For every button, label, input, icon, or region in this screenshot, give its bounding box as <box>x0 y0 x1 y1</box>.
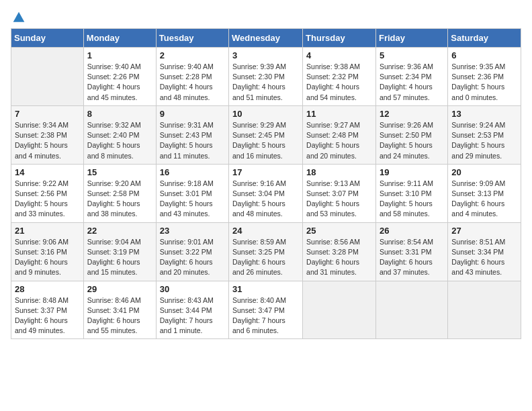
calendar-day-cell: 30Sunrise: 8:43 AM Sunset: 3:44 PM Dayli… <box>156 281 228 339</box>
day-info: Sunrise: 8:56 AM Sunset: 3:28 PM Dayligh… <box>306 237 372 278</box>
logo-icon <box>12 11 26 24</box>
day-number: 29 <box>87 284 152 294</box>
calendar-day-cell: 3Sunrise: 9:39 AM Sunset: 2:30 PM Daylig… <box>229 48 303 106</box>
day-number: 9 <box>160 109 225 119</box>
calendar-day-cell: 12Sunrise: 9:26 AM Sunset: 2:50 PM Dayli… <box>375 105 447 164</box>
page-header <box>11 11 521 21</box>
calendar-week-row: 7Sunrise: 9:34 AM Sunset: 2:38 PM Daylig… <box>11 105 521 164</box>
day-number: 14 <box>15 167 80 177</box>
day-info: Sunrise: 9:31 AM Sunset: 2:43 PM Dayligh… <box>160 120 225 161</box>
day-number: 21 <box>15 226 80 236</box>
calendar-day-cell: 7Sunrise: 9:34 AM Sunset: 2:38 PM Daylig… <box>11 105 84 164</box>
day-info: Sunrise: 8:48 AM Sunset: 3:37 PM Dayligh… <box>15 295 80 336</box>
weekday-header-saturday: Saturday <box>448 29 521 48</box>
day-number: 3 <box>232 50 299 60</box>
day-info: Sunrise: 9:09 AM Sunset: 3:13 PM Dayligh… <box>451 179 517 220</box>
calendar-day-cell: 18Sunrise: 9:13 AM Sunset: 3:07 PM Dayli… <box>303 164 376 222</box>
day-info: Sunrise: 8:59 AM Sunset: 3:25 PM Dayligh… <box>232 237 299 278</box>
calendar-day-cell: 23Sunrise: 9:01 AM Sunset: 3:22 PM Dayli… <box>156 222 228 281</box>
calendar-day-cell: 5Sunrise: 9:36 AM Sunset: 2:34 PM Daylig… <box>375 48 447 106</box>
calendar-header-row: SundayMondayTuesdayWednesdayThursdayFrid… <box>11 29 521 48</box>
day-number: 23 <box>160 226 225 236</box>
calendar-week-row: 28Sunrise: 8:48 AM Sunset: 3:37 PM Dayli… <box>11 281 521 339</box>
calendar-day-cell <box>448 281 521 339</box>
day-info: Sunrise: 8:46 AM Sunset: 3:41 PM Dayligh… <box>87 295 152 336</box>
day-info: Sunrise: 9:04 AM Sunset: 3:19 PM Dayligh… <box>87 237 152 278</box>
calendar-day-cell: 10Sunrise: 9:29 AM Sunset: 2:45 PM Dayli… <box>229 105 303 164</box>
day-info: Sunrise: 9:40 AM Sunset: 2:26 PM Dayligh… <box>87 62 152 103</box>
day-info: Sunrise: 9:24 AM Sunset: 2:53 PM Dayligh… <box>451 120 517 161</box>
calendar-day-cell: 20Sunrise: 9:09 AM Sunset: 3:13 PM Dayli… <box>448 164 521 222</box>
calendar-day-cell: 28Sunrise: 8:48 AM Sunset: 3:37 PM Dayli… <box>11 281 84 339</box>
svg-marker-0 <box>13 12 25 22</box>
calendar-day-cell <box>11 48 84 106</box>
calendar-day-cell: 1Sunrise: 9:40 AM Sunset: 2:26 PM Daylig… <box>83 48 156 106</box>
day-info: Sunrise: 9:36 AM Sunset: 2:34 PM Dayligh… <box>380 62 444 103</box>
weekday-header-monday: Monday <box>83 29 156 48</box>
day-info: Sunrise: 9:06 AM Sunset: 3:16 PM Dayligh… <box>15 237 80 278</box>
calendar-table: SundayMondayTuesdayWednesdayThursdayFrid… <box>11 28 521 339</box>
day-info: Sunrise: 9:40 AM Sunset: 2:28 PM Dayligh… <box>160 62 225 103</box>
weekday-header-tuesday: Tuesday <box>156 29 228 48</box>
calendar-day-cell: 8Sunrise: 9:32 AM Sunset: 2:40 PM Daylig… <box>83 105 156 164</box>
day-info: Sunrise: 9:29 AM Sunset: 2:45 PM Dayligh… <box>232 120 299 161</box>
day-info: Sunrise: 9:27 AM Sunset: 2:48 PM Dayligh… <box>306 120 372 161</box>
day-info: Sunrise: 9:16 AM Sunset: 3:04 PM Dayligh… <box>232 179 299 220</box>
day-info: Sunrise: 8:40 AM Sunset: 3:47 PM Dayligh… <box>232 295 299 336</box>
day-number: 19 <box>380 167 444 177</box>
day-number: 10 <box>232 109 299 119</box>
day-number: 30 <box>160 284 225 294</box>
calendar-day-cell: 13Sunrise: 9:24 AM Sunset: 2:53 PM Dayli… <box>448 105 521 164</box>
calendar-day-cell: 9Sunrise: 9:31 AM Sunset: 2:43 PM Daylig… <box>156 105 228 164</box>
calendar-day-cell: 31Sunrise: 8:40 AM Sunset: 3:47 PM Dayli… <box>229 281 303 339</box>
day-info: Sunrise: 9:11 AM Sunset: 3:10 PM Dayligh… <box>380 179 444 220</box>
day-number: 16 <box>160 167 225 177</box>
day-info: Sunrise: 8:43 AM Sunset: 3:44 PM Dayligh… <box>160 295 225 336</box>
calendar-day-cell <box>375 281 447 339</box>
calendar-day-cell: 19Sunrise: 9:11 AM Sunset: 3:10 PM Dayli… <box>375 164 447 222</box>
day-info: Sunrise: 9:26 AM Sunset: 2:50 PM Dayligh… <box>380 120 444 161</box>
day-info: Sunrise: 9:18 AM Sunset: 3:01 PM Dayligh… <box>160 179 225 220</box>
day-number: 7 <box>15 109 80 119</box>
day-info: Sunrise: 9:34 AM Sunset: 2:38 PM Dayligh… <box>15 120 80 161</box>
day-number: 8 <box>87 109 152 119</box>
calendar-day-cell: 27Sunrise: 8:51 AM Sunset: 3:34 PM Dayli… <box>448 222 521 281</box>
calendar-day-cell: 17Sunrise: 9:16 AM Sunset: 3:04 PM Dayli… <box>229 164 303 222</box>
weekday-header-sunday: Sunday <box>11 29 84 48</box>
day-number: 4 <box>306 50 372 60</box>
day-info: Sunrise: 9:13 AM Sunset: 3:07 PM Dayligh… <box>306 179 372 220</box>
day-number: 27 <box>451 226 517 236</box>
day-number: 11 <box>306 109 372 119</box>
day-number: 31 <box>232 284 299 294</box>
day-info: Sunrise: 9:20 AM Sunset: 2:58 PM Dayligh… <box>87 179 152 220</box>
calendar-day-cell: 15Sunrise: 9:20 AM Sunset: 2:58 PM Dayli… <box>83 164 156 222</box>
day-number: 22 <box>87 226 152 236</box>
day-info: Sunrise: 9:35 AM Sunset: 2:36 PM Dayligh… <box>451 62 517 103</box>
calendar-day-cell: 6Sunrise: 9:35 AM Sunset: 2:36 PM Daylig… <box>448 48 521 106</box>
day-info: Sunrise: 9:39 AM Sunset: 2:30 PM Dayligh… <box>232 62 299 103</box>
weekday-header-friday: Friday <box>375 29 447 48</box>
calendar-day-cell: 11Sunrise: 9:27 AM Sunset: 2:48 PM Dayli… <box>303 105 376 164</box>
day-number: 17 <box>232 167 299 177</box>
calendar-day-cell: 4Sunrise: 9:38 AM Sunset: 2:32 PM Daylig… <box>303 48 376 106</box>
weekday-header-thursday: Thursday <box>303 29 376 48</box>
day-number: 18 <box>306 167 372 177</box>
calendar-day-cell: 22Sunrise: 9:04 AM Sunset: 3:19 PM Dayli… <box>83 222 156 281</box>
calendar-day-cell: 14Sunrise: 9:22 AM Sunset: 2:56 PM Dayli… <box>11 164 84 222</box>
day-number: 1 <box>87 50 152 60</box>
day-info: Sunrise: 8:51 AM Sunset: 3:34 PM Dayligh… <box>451 237 517 278</box>
day-number: 2 <box>160 50 225 60</box>
calendar-day-cell: 24Sunrise: 8:59 AM Sunset: 3:25 PM Dayli… <box>229 222 303 281</box>
day-info: Sunrise: 8:54 AM Sunset: 3:31 PM Dayligh… <box>380 237 444 278</box>
day-info: Sunrise: 9:01 AM Sunset: 3:22 PM Dayligh… <box>160 237 225 278</box>
day-number: 26 <box>380 226 444 236</box>
day-info: Sunrise: 9:38 AM Sunset: 2:32 PM Dayligh… <box>306 62 372 103</box>
day-number: 24 <box>232 226 299 236</box>
day-number: 15 <box>87 167 152 177</box>
calendar-week-row: 21Sunrise: 9:06 AM Sunset: 3:16 PM Dayli… <box>11 222 521 281</box>
calendar-day-cell: 29Sunrise: 8:46 AM Sunset: 3:41 PM Dayli… <box>83 281 156 339</box>
calendar-week-row: 1Sunrise: 9:40 AM Sunset: 2:26 PM Daylig… <box>11 48 521 106</box>
day-number: 12 <box>380 109 444 119</box>
day-info: Sunrise: 9:22 AM Sunset: 2:56 PM Dayligh… <box>15 179 80 220</box>
day-number: 6 <box>451 50 517 60</box>
